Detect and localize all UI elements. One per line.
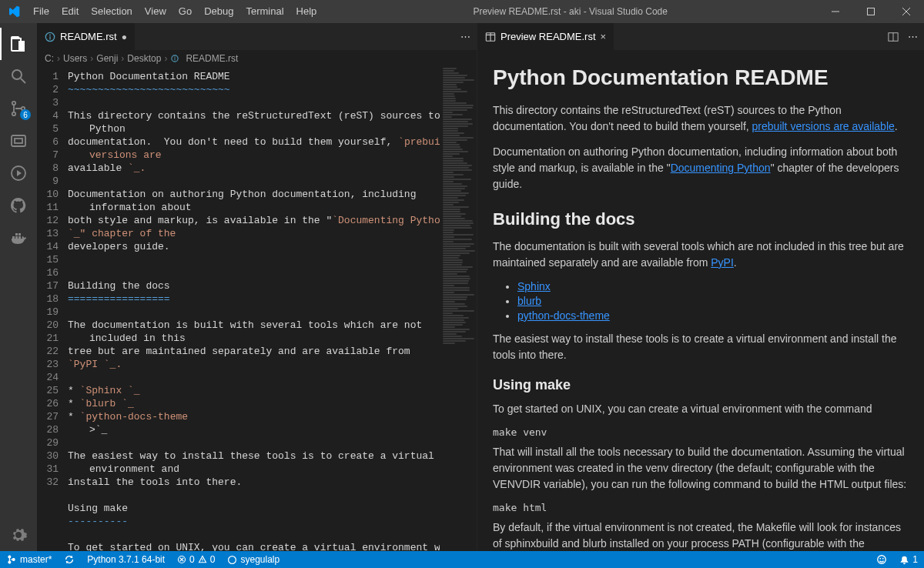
run-icon[interactable] <box>0 157 37 189</box>
svg-point-3 <box>12 112 15 115</box>
preview-paragraph: The easiest way to install these tools i… <box>493 331 909 363</box>
code-content[interactable]: Python Documentation README~~~~~~~~~~~~~… <box>68 67 477 551</box>
search-icon[interactable] <box>0 60 37 92</box>
status-problems[interactable]: 0 0 <box>171 551 221 568</box>
preview-paragraph: That will install all the tools necessar… <box>493 444 909 493</box>
explorer-icon[interactable] <box>0 28 37 60</box>
preview-icon <box>485 32 496 42</box>
editor-group-preview: Preview README.rst × ⋯ Python Documentat… <box>477 23 924 551</box>
preview-list: Sphinx blurb python-docs-theme <box>517 280 909 322</box>
preview-pane[interactable]: Python Documentation README This directo… <box>477 50 924 551</box>
editor-more-icon[interactable]: ⋯ <box>460 31 470 42</box>
link-blurb[interactable]: blurb <box>517 295 541 307</box>
svg-point-20 <box>202 561 203 562</box>
tab-readme-rst[interactable]: README.rst ● <box>37 23 136 50</box>
status-bar: master* Python 3.7.1 64-bit 0 0 syegulal… <box>0 551 924 568</box>
minimap[interactable] <box>440 67 477 551</box>
svg-point-21 <box>229 556 236 563</box>
settings-gear-icon[interactable] <box>0 519 37 551</box>
close-icon[interactable]: × <box>601 31 607 42</box>
scm-badge: 6 <box>20 109 31 120</box>
status-liveshare[interactable]: syegulalp <box>221 551 286 568</box>
svg-point-12 <box>175 56 176 57</box>
svg-rect-0 <box>868 8 875 15</box>
status-branch[interactable]: master* <box>0 551 58 568</box>
svg-point-2 <box>12 102 15 105</box>
svg-point-9 <box>49 34 51 35</box>
line-numbers: 1234 5 678 91011121314151617 18192021222… <box>37 67 68 551</box>
svg-point-24 <box>882 558 884 560</box>
menu-view[interactable]: View <box>139 0 172 23</box>
preview-codeblock: make venv <box>493 426 909 438</box>
menu-selection[interactable]: Selection <box>85 0 138 23</box>
menu-edit[interactable]: Edit <box>55 0 85 23</box>
vscode-logo-icon <box>0 5 27 18</box>
link-prebuilt[interactable]: prebuilt versions are available <box>752 120 895 132</box>
status-notifications[interactable]: 1 <box>893 554 924 565</box>
menu-help[interactable]: Help <box>290 0 323 23</box>
split-editor-icon[interactable] <box>888 32 899 42</box>
editor-group-code: README.rst ● ⋯ C:›Users›Genji›Desktop›RE… <box>37 23 477 551</box>
maximize-button[interactable] <box>853 0 889 23</box>
window-title: Preview README.rst - aki - Visual Studio… <box>323 6 818 17</box>
docker-icon[interactable] <box>0 222 37 254</box>
preview-paragraph: This directory contains the reStructured… <box>493 102 909 135</box>
preview-h1: Python Documentation README <box>493 65 909 90</box>
svg-rect-10 <box>49 36 50 39</box>
menu-debug[interactable]: Debug <box>198 0 239 23</box>
debug-icon[interactable] <box>0 125 37 157</box>
svg-rect-6 <box>15 139 22 143</box>
link-sphinx[interactable]: Sphinx <box>517 280 551 292</box>
titlebar: FileEditSelectionViewGoDebugTerminalHelp… <box>0 0 924 23</box>
breadcrumb[interactable]: C:›Users›Genji›Desktop›README.rst <box>37 50 477 67</box>
preview-h2: Building the docs <box>493 209 909 229</box>
menu-file[interactable]: File <box>27 0 55 23</box>
activity-bar: 6 <box>0 23 37 551</box>
link-pypi[interactable]: PyPI <box>711 256 734 269</box>
link-python-docs-theme[interactable]: python-docs-theme <box>517 309 610 322</box>
preview-codeblock: make html <box>493 502 909 513</box>
info-icon <box>45 32 55 42</box>
editor-more-icon[interactable]: ⋯ <box>908 31 918 42</box>
tab-bar-left: README.rst ● ⋯ <box>37 23 477 50</box>
svg-rect-13 <box>175 58 176 60</box>
menu-terminal[interactable]: Terminal <box>239 0 290 23</box>
tab-label: Preview README.rst <box>500 31 596 42</box>
preview-h3: Using make <box>493 377 909 393</box>
menu-bar: FileEditSelectionViewGoDebugTerminalHelp <box>27 0 323 23</box>
minimize-button[interactable] <box>818 0 853 23</box>
github-icon[interactable] <box>0 189 37 222</box>
window-controls <box>818 0 924 23</box>
preview-paragraph: The documentation is built with several … <box>493 239 909 271</box>
tab-preview-readme[interactable]: Preview README.rst × <box>477 23 614 50</box>
source-control-icon[interactable]: 6 <box>0 92 37 125</box>
tab-label: README.rst <box>60 31 117 42</box>
svg-point-1 <box>12 70 22 79</box>
close-button[interactable] <box>889 0 924 23</box>
status-python[interactable]: Python 3.7.1 64-bit <box>81 551 171 568</box>
preview-paragraph: To get started on UNIX, you can create a… <box>493 401 909 417</box>
menu-go[interactable]: Go <box>172 0 198 23</box>
preview-paragraph: Documentation on authoring Python docume… <box>493 144 909 192</box>
link-documenting-python[interactable]: Documenting Python <box>671 162 771 174</box>
status-sync-icon[interactable] <box>58 551 81 568</box>
preview-paragraph: By default, if the virtual environment i… <box>493 520 909 551</box>
svg-point-23 <box>880 558 882 560</box>
tab-dirty-indicator: ● <box>122 32 127 42</box>
code-editor[interactable]: 1234 5 678 91011121314151617 18192021222… <box>37 67 477 551</box>
tab-bar-right: Preview README.rst × ⋯ <box>477 23 924 50</box>
svg-rect-5 <box>12 135 25 146</box>
status-feedback-icon[interactable] <box>870 554 893 565</box>
